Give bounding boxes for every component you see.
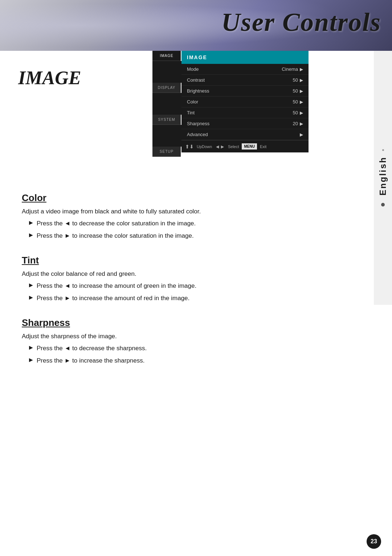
osd-label-mode: Mode [187, 66, 199, 72]
nav-tab-system[interactable]: SYSTEM [152, 115, 181, 125]
arrow-tint: ▶ [300, 110, 303, 115]
tint-bullet-text-2: Press the ► to increase the amount of re… [37, 294, 189, 303]
sharpness-bullet-2: ▶ Press the ► to increase the sharpness. [18, 356, 352, 365]
sharpness-description: Adjust the sharpness of the image. [18, 333, 352, 340]
image-section-heading: IMAGE [18, 67, 81, 89]
osd-panel: IMAGE Mode Cinema ▶ Contrast 50 ▶ Bright… [181, 51, 309, 152]
osd-value-mode: Cinema ▶ [282, 66, 303, 72]
updown-label: UpDown [197, 144, 212, 149]
osd-row-tint[interactable]: Tint 50 ▶ [181, 107, 309, 118]
osd-value-tint: 50 ▶ [293, 110, 303, 115]
osd-label-sharpness: Sharpness [187, 121, 209, 126]
color-bullet-2: ▶ Press the ► to increase the color satu… [18, 231, 352, 241]
menu-button[interactable]: MENU [242, 143, 257, 150]
color-bullet-text-2: Press the ► to increase the color satura… [37, 231, 194, 241]
color-description: Adjust a video image from black and whit… [18, 208, 352, 215]
tint-bullet-arrow-1: ▶ [29, 282, 33, 288]
dot-top [382, 149, 384, 151]
sharpness-bullet-1: ▶ Press the ◄ to decrease the sharpness. [18, 344, 352, 353]
osd-label-tint: Tint [187, 110, 195, 115]
tint-description: Adjust the color balance of red and gree… [18, 270, 352, 278]
tint-bullet-arrow-2: ▶ [29, 294, 33, 300]
bullet-arrow-icon-2: ▶ [29, 232, 33, 238]
tint-bullet-1: ▶ Press the ◄ to increase the amount of … [18, 281, 352, 291]
page-title: User Controls [221, 7, 381, 37]
nav-spacer-2 [152, 93, 181, 115]
osd-row-brightness[interactable]: Brightness 50 ▶ [181, 86, 309, 97]
updown-icon: ⬆⬇ [185, 144, 194, 150]
color-bullet-1: ▶ Press the ◄ to decrease the color satu… [18, 219, 352, 228]
select-label: Select [228, 144, 239, 149]
section-color: Color Adjust a video image from black an… [18, 192, 352, 240]
section-sharpness: Sharpness Adjust the sharpness of the im… [18, 317, 352, 365]
nav-tabs: IMAGE DISPLAY SYSTEM SETUP [152, 51, 181, 157]
osd-value-color: 50 ▶ [293, 99, 303, 105]
osd-label-advanced: Advanced [187, 132, 208, 137]
osd-row-mode[interactable]: Mode Cinema ▶ [181, 64, 309, 75]
osd-row-color[interactable]: Color 50 ▶ [181, 97, 309, 107]
osd-label-brightness: Brightness [187, 88, 209, 94]
arrow-brightness: ▶ [300, 89, 303, 94]
content-area: Color Adjust a video image from black an… [18, 192, 374, 380]
arrow-color: ▶ [300, 99, 303, 105]
sharpness-bullet-text-2: Press the ► to increase the sharpness. [37, 356, 144, 365]
sharpness-bullet-arrow-1: ▶ [29, 344, 33, 350]
nav-spacer-3 [152, 125, 181, 147]
arrow-advanced: ▶ [300, 132, 303, 137]
sharpness-title: Sharpness [18, 317, 352, 328]
color-bullet-text-1: Press the ◄ to decrease the color satura… [37, 219, 196, 228]
arrow-mode: ▶ [300, 67, 303, 72]
bullet-arrow-icon: ▶ [29, 220, 33, 225]
osd-value-brightness: 50 ▶ [293, 88, 303, 94]
nav-spacer-1 [152, 61, 181, 83]
select-icon: ◄► [215, 144, 225, 150]
osd-value-sharpness: 20 ▶ [293, 121, 303, 126]
sharpness-bullet-text-1: Press the ◄ to decrease the sharpness. [37, 344, 147, 353]
osd-value-advanced: ▶ [300, 132, 303, 137]
osd-label-contrast: Contrast [187, 77, 205, 83]
sidebar-language-label: English [378, 156, 388, 196]
osd-row-contrast[interactable]: Contrast 50 ▶ [181, 75, 309, 86]
sidebar-english: English [374, 51, 392, 305]
osd-row-advanced[interactable]: Advanced ▶ [181, 129, 309, 140]
section-tint: Tint Adjust the color balance of red and… [18, 255, 352, 303]
osd-footer: ⬆⬇ UpDown ◄► Select MENU Exit [181, 140, 309, 152]
osd-label-color: Color [187, 99, 198, 105]
nav-tab-display[interactable]: DISPLAY [152, 83, 181, 93]
sharpness-bullet-arrow-2: ▶ [29, 357, 33, 363]
osd-row-sharpness[interactable]: Sharpness 20 ▶ [181, 118, 309, 129]
page-number: 23 [367, 534, 381, 549]
color-title: Color [18, 192, 352, 204]
tint-title: Tint [18, 255, 352, 266]
tint-bullet-2: ▶ Press the ► to increase the amount of … [18, 294, 352, 303]
arrow-sharpness: ▶ [300, 121, 303, 126]
nav-tab-setup[interactable]: SETUP [152, 147, 181, 157]
nav-tab-image[interactable]: IMAGE [152, 51, 181, 61]
osd-value-contrast: 50 ▶ [293, 77, 303, 83]
header: User Controls [0, 0, 392, 51]
arrow-contrast: ▶ [300, 78, 303, 83]
tint-bullet-text-1: Press the ◄ to increase the amount of gr… [37, 281, 196, 291]
dot-bottom [381, 203, 385, 207]
osd-header: IMAGE [181, 51, 309, 64]
exit-label: Exit [260, 144, 266, 149]
